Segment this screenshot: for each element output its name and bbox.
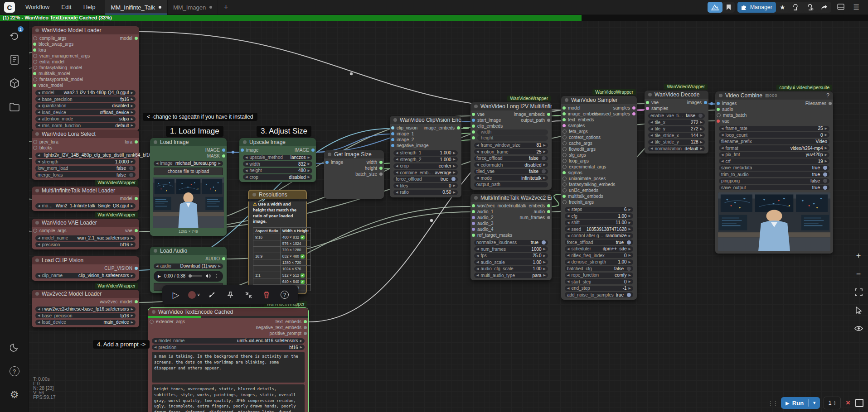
toggle-knob[interactable] <box>823 172 827 177</box>
pin-icon[interactable] <box>222 287 238 303</box>
prompt-textarea[interactable]: bright tones, overexposed, static, blurr… <box>152 384 305 412</box>
node-header[interactable]: WanVideo TextEncode Cached <box>148 308 308 316</box>
slot-dot[interactable] <box>33 229 37 233</box>
slot-dot[interactable] <box>547 204 550 207</box>
output-slot-Filenames[interactable]: Filenames <box>805 101 832 106</box>
input-slot-start_image[interactable]: start_image <box>472 117 501 123</box>
volume-icon[interactable] <box>205 273 211 278</box>
node-header[interactable]: Get Image Size <box>324 150 384 158</box>
widget-tile_y[interactable]: ◀tile_y272▶ <box>648 126 705 132</box>
node-lora-select[interactable]: WanVideo Lora Selectprev_lorablockslora◀… <box>32 130 139 180</box>
widget-denoise_strength[interactable]: ◀denoise_strength1.00▶ <box>565 259 633 265</box>
node-header[interactable]: WanVideo ClipVision Encode <box>390 116 461 124</box>
node-textencode[interactable]: WanVideoWrapperWanVideo TextEncode Cache… <box>148 308 308 412</box>
slot-dot[interactable] <box>135 267 138 270</box>
input-slot-clip_vision[interactable]: clip_vision <box>391 125 417 131</box>
slot-dot[interactable] <box>304 326 307 329</box>
slot-dot[interactable] <box>563 124 566 127</box>
node-get-image-size[interactable]: Get Image Sizeimagewidthheightbatch_size <box>324 150 384 199</box>
input-slot-vae[interactable]: vae <box>717 118 729 124</box>
output-slot-vae[interactable]: vae <box>125 228 138 234</box>
settings-gear-icon[interactable]: ⚙ <box>5 386 24 404</box>
collapse-dot-icon[interactable] <box>393 118 397 122</box>
widget-load_device[interactable]: ◀load_devicemain_device▶ <box>35 320 136 325</box>
slot-dot[interactable] <box>563 177 567 181</box>
slot-dot[interactable] <box>33 48 36 52</box>
input-slot-text_embeds[interactable]: text_embeds <box>563 117 594 123</box>
theme-toggle-icon[interactable] <box>5 339 24 357</box>
widget-audio_cfg_scale[interactable]: ◀audio_cfg_scale1.00▶ <box>474 266 548 272</box>
input-slot-freeinit_args[interactable]: freeinit_args <box>563 199 594 205</box>
node-upscale-image[interactable]: Upscale ImageimageIMAGE◀upscale_methodla… <box>239 138 316 182</box>
collapse-dot-icon[interactable] <box>474 105 478 108</box>
toggle-knob[interactable] <box>698 114 703 118</box>
bypass-icon[interactable] <box>204 287 220 303</box>
input-slot-compile_args[interactable]: compile_args <box>33 228 66 234</box>
widget-width[interactable]: ◀width832▶ <box>243 161 312 167</box>
output-slot-batch_size[interactable]: batch_size <box>355 171 383 177</box>
widget-force_offload[interactable]: force_offloadtrue <box>393 177 458 182</box>
batch-count-input[interactable]: 1 ▲▼ <box>824 397 841 409</box>
input-slot-context_options[interactable]: context_options <box>563 134 601 140</box>
minimap-toggle-button[interactable] <box>855 399 863 407</box>
node-multitalk-loader[interactable]: WanVideoWrapperMulti/InfiniteTalk Model … <box>32 187 139 211</box>
widget-height[interactable]: ◀height480▶ <box>243 168 312 173</box>
output-slot-text_embeds[interactable]: text_embeds <box>276 319 307 325</box>
widget-model_name[interactable]: ◀model_nameumt5-xxl-enc-bf16.safetensors… <box>152 338 305 344</box>
slot-dot[interactable] <box>391 144 394 147</box>
node-load-clip-vision[interactable]: Load CLIP VisionCLIP_VISION◀clip_namecli… <box>32 256 139 281</box>
collapse-dot-icon[interactable] <box>154 140 157 144</box>
input-slot-image[interactable]: image <box>241 147 258 153</box>
widget-audio_scale[interactable]: ◀audio_scale1.00▶ <box>474 259 548 265</box>
input-slot-audio_4[interactable]: audio_4 <box>472 226 494 232</box>
slot-dot[interactable] <box>563 188 567 192</box>
slot-dot[interactable] <box>547 113 550 116</box>
node-resolutions[interactable]: Resolutions⚠ Use a width and height that… <box>248 190 307 294</box>
input-slot-images[interactable]: images <box>717 101 737 106</box>
input-slot-block_swap_args[interactable]: block_swap_args <box>33 41 73 47</box>
widget-tiled_vae[interactable]: tiled_vaefalse <box>474 169 548 174</box>
node-header[interactable]: Wav2vec2 Model Loader <box>32 290 139 298</box>
menu-edit[interactable]: Edit <box>55 0 77 14</box>
delete-icon[interactable] <box>258 287 275 303</box>
run-options-chevron-icon[interactable]: ▼ <box>809 401 820 405</box>
slot-dot[interactable] <box>472 119 475 122</box>
slot-dot[interactable] <box>391 138 394 141</box>
input-slot-audio_1[interactable]: audio_1 <box>472 209 494 215</box>
slot-dot[interactable] <box>563 182 567 187</box>
slot-dot[interactable] <box>379 167 383 170</box>
node-header[interactable]: Load Audio <box>150 247 227 255</box>
bookmark-button[interactable] <box>723 2 735 13</box>
widget-riflex_freq_index[interactable]: ◀riflex_freq_index0▶ <box>565 253 633 258</box>
toggle-knob[interactable] <box>823 179 827 183</box>
slot-dot[interactable] <box>33 140 37 144</box>
select-mode-icon[interactable] <box>853 304 864 316</box>
output-slot-CLIP_VISION[interactable]: CLIP_VISION <box>104 265 138 271</box>
node-header[interactable]: Multi/InfiniteTalk Wav2vec2 Embeds <box>470 194 552 202</box>
node-decode[interactable]: WanVideoWrapperWanVideo Decodevaesamples… <box>645 91 708 153</box>
widget-tile_stride_y[interactable]: ◀tile_stride_y128▶ <box>648 139 705 145</box>
collapse-dot-icon[interactable] <box>35 189 39 192</box>
node-vae-loader[interactable]: WanVideoWrapperWanVideo VAE Loadercompil… <box>32 219 139 249</box>
clean-models-button[interactable] <box>803 2 817 13</box>
input-slot-audio[interactable]: audio <box>717 106 733 112</box>
slot-dot[interactable] <box>547 119 550 122</box>
input-slot-ref_target_masks[interactable]: ref_target_masks <box>472 232 512 238</box>
slot-dot[interactable] <box>717 102 720 105</box>
audio-menu-icon[interactable]: ⋮ <box>214 273 219 279</box>
input-slot-negative_image[interactable]: negative_image <box>391 143 429 149</box>
node-header[interactable]: WanVideo Decode <box>645 91 708 99</box>
slot-dot[interactable] <box>563 135 567 139</box>
input-slot-prev_lora[interactable]: prev_lora <box>33 139 58 145</box>
input-slot-clip_embeds[interactable]: clip_embeds <box>472 123 503 129</box>
input-slot-fantasytalking_embeds[interactable]: fantasytalking_embeds <box>563 182 615 187</box>
share-button[interactable] <box>817 2 831 13</box>
slot-dot[interactable] <box>563 165 567 169</box>
output-slot-IMAGE[interactable]: IMAGE <box>295 147 315 153</box>
slot-dot[interactable] <box>33 72 36 75</box>
workflows-folder-icon[interactable] <box>5 98 24 116</box>
output-slot-images[interactable]: images <box>687 100 707 105</box>
widget-model[interactable]: ◀modelwan2.1-i2v-14b-480p-Q4_0.gguf▶ <box>35 90 136 96</box>
collapse-dot-icon[interactable] <box>35 259 39 262</box>
widget-low_mem_load[interactable]: low_mem_loadfalse <box>35 166 136 171</box>
